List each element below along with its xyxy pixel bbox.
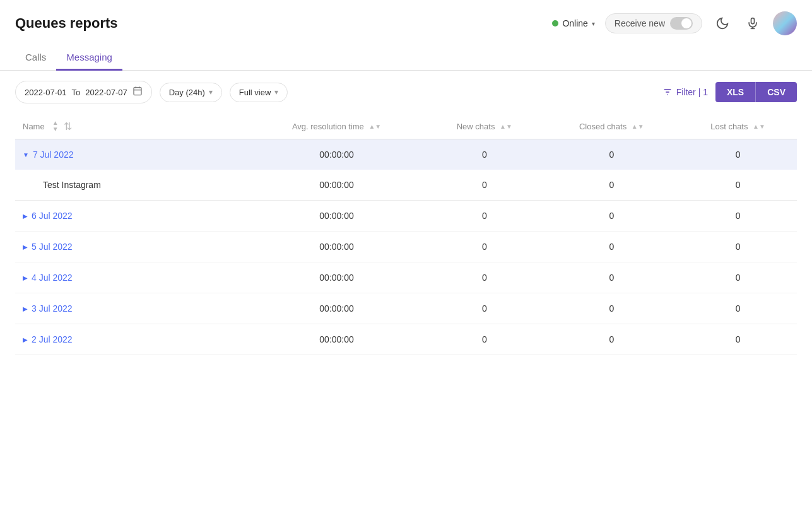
expand-icon: ▶	[23, 213, 28, 220]
export-buttons: XLS CSV	[715, 82, 797, 102]
row-date-cell[interactable]: ▶ 6 Jul 2022	[15, 201, 249, 232]
row-new-chats: 0	[425, 293, 544, 324]
date-expand-button[interactable]: ▶ 2 Jul 2022	[23, 334, 241, 344]
row-new-chats: 0	[425, 324, 544, 355]
row-date-cell[interactable]: ▼ 7 Jul 2022	[15, 139, 249, 170]
online-status[interactable]: Online ▾	[552, 18, 594, 28]
date-expand-button[interactable]: ▶ 3 Jul 2022	[23, 303, 241, 314]
row-closed-chats: 0	[544, 293, 679, 324]
row-new-chats: 0	[425, 201, 544, 232]
row-avg-resolution: 00:00:00	[249, 293, 425, 324]
header: Queues reports Online ▾ Receive new	[0, 0, 812, 35]
col-name-label: Name	[23, 122, 45, 131]
row-closed-chats: 0	[544, 262, 679, 293]
child-name-cell: Test Instagram	[15, 170, 249, 201]
table-row-child: Test Instagram 00:00:00 0 0 0	[15, 170, 797, 201]
table-row: ▶ 6 Jul 2022 00:00:00 0 0 0	[15, 201, 797, 232]
period-label: Day (24h)	[169, 88, 205, 97]
row-new-chats: 0	[425, 262, 544, 293]
row-new-chats: 0	[425, 232, 544, 262]
row-avg-resolution: 00:00:00	[249, 262, 425, 293]
row-avg-resolution: 00:00:00	[249, 324, 425, 355]
csv-button[interactable]: CSV	[755, 82, 797, 102]
theme-icon[interactable]	[712, 13, 733, 33]
date-expand-button[interactable]: ▶ 6 Jul 2022	[23, 211, 241, 221]
date-label-text: 4 Jul 2022	[32, 273, 73, 283]
date-label-text: 5 Jul 2022	[32, 242, 73, 252]
view-select[interactable]: Full view ▾	[230, 83, 288, 102]
svg-rect-0	[751, 18, 755, 24]
col-avg-sort-icon: ▲▼	[368, 124, 381, 130]
row-lost-chats: 0	[679, 232, 797, 262]
date-from: 2022-07-01	[25, 88, 67, 97]
row-date-cell[interactable]: ▶ 3 Jul 2022	[15, 293, 249, 324]
user-avatar[interactable]	[773, 11, 797, 35]
filter-button[interactable]: Filter | 1	[662, 87, 708, 97]
col-header-lost-chats[interactable]: Lost chats ▲▼	[679, 114, 797, 139]
tabs: Calls Messaging	[0, 45, 812, 71]
date-label-text: 7 Jul 2022	[33, 150, 74, 160]
row-closed-chats: 0	[544, 232, 679, 262]
row-date-cell[interactable]: ▶ 5 Jul 2022	[15, 232, 249, 262]
receive-new-toggle[interactable]: Receive new	[605, 13, 702, 33]
tab-messaging[interactable]: Messaging	[56, 45, 122, 71]
child-lost-chats: 0	[679, 170, 797, 201]
col-closed-sort-icon: ▲▼	[632, 124, 644, 130]
row-avg-resolution: 00:00:00	[249, 201, 425, 232]
collapse-icon: ▼	[23, 151, 29, 158]
toggle-switch[interactable]	[670, 17, 693, 30]
expand-icon: ▶	[23, 274, 28, 281]
online-label: Online	[562, 18, 587, 28]
date-label-text: 6 Jul 2022	[32, 211, 73, 221]
table-row: ▶ 2 Jul 2022 00:00:00 0 0 0	[15, 324, 797, 355]
calendar-icon	[132, 86, 143, 98]
col-header-name[interactable]: Name ▲▼ ⇅	[15, 114, 249, 139]
col-new-chats-label: New chats	[457, 122, 495, 131]
row-date-cell[interactable]: ▶ 4 Jul 2022	[15, 262, 249, 293]
svg-rect-3	[134, 88, 141, 95]
toolbar: 2022-07-01 To 2022-07-07 Day (24h) ▾ Ful…	[0, 71, 812, 114]
col-closed-chats-label: Closed chats	[579, 122, 627, 131]
data-table: Name ▲▼ ⇅ Avg. resolution time ▲▼ New ch…	[15, 114, 797, 355]
row-date-cell[interactable]: ▶ 2 Jul 2022	[15, 324, 249, 355]
online-chevron-icon: ▾	[592, 20, 595, 27]
col-lost-sort-icon: ▲▼	[753, 124, 765, 130]
col-header-avg-resolution[interactable]: Avg. resolution time ▲▼	[249, 114, 425, 139]
xls-button[interactable]: XLS	[715, 82, 755, 102]
table-row: ▼ 7 Jul 2022 00:00:00 0 0 0	[15, 139, 797, 170]
period-select[interactable]: Day (24h) ▾	[160, 83, 222, 102]
row-lost-chats: 0	[679, 293, 797, 324]
row-lost-chats: 0	[679, 262, 797, 293]
child-avg-resolution: 00:00:00	[249, 170, 425, 201]
table-row: ▶ 5 Jul 2022 00:00:00 0 0 0	[15, 232, 797, 262]
col-lost-chats-label: Lost chats	[710, 122, 748, 131]
row-lost-chats: 0	[679, 324, 797, 355]
filter-label: Filter | 1	[676, 87, 708, 97]
online-dot-icon	[552, 20, 558, 26]
date-expand-button[interactable]: ▼ 7 Jul 2022	[23, 150, 241, 160]
row-lost-chats: 0	[679, 201, 797, 232]
date-range-picker[interactable]: 2022-07-01 To 2022-07-07	[15, 81, 152, 103]
tab-calls[interactable]: Calls	[15, 45, 56, 71]
expand-icon: ▶	[23, 243, 28, 250]
col-name-sort-icon: ▲▼	[52, 120, 59, 132]
date-label-text: 2 Jul 2022	[32, 334, 73, 344]
row-closed-chats: 0	[544, 324, 679, 355]
col-header-new-chats[interactable]: New chats ▲▼	[425, 114, 544, 139]
child-closed-chats: 0	[544, 170, 679, 201]
col-new-sort-icon: ▲▼	[500, 124, 512, 130]
table-container: Name ▲▼ ⇅ Avg. resolution time ▲▼ New ch…	[0, 114, 812, 355]
col-controls-icon[interactable]: ⇅	[64, 120, 72, 132]
receive-new-label: Receive new	[615, 18, 665, 28]
date-expand-button[interactable]: ▶ 4 Jul 2022	[23, 273, 241, 283]
date-label-text: 3 Jul 2022	[32, 303, 73, 314]
col-header-closed-chats[interactable]: Closed chats ▲▼	[544, 114, 679, 139]
row-closed-chats: 0	[544, 139, 679, 170]
date-separator: To	[72, 88, 81, 97]
microphone-icon[interactable]	[743, 13, 763, 33]
col-avg-label: Avg. resolution time	[292, 122, 364, 131]
header-right: Online ▾ Receive new	[552, 11, 797, 35]
row-avg-resolution: 00:00:00	[249, 139, 425, 170]
date-expand-button[interactable]: ▶ 5 Jul 2022	[23, 242, 241, 252]
row-new-chats: 0	[425, 139, 544, 170]
